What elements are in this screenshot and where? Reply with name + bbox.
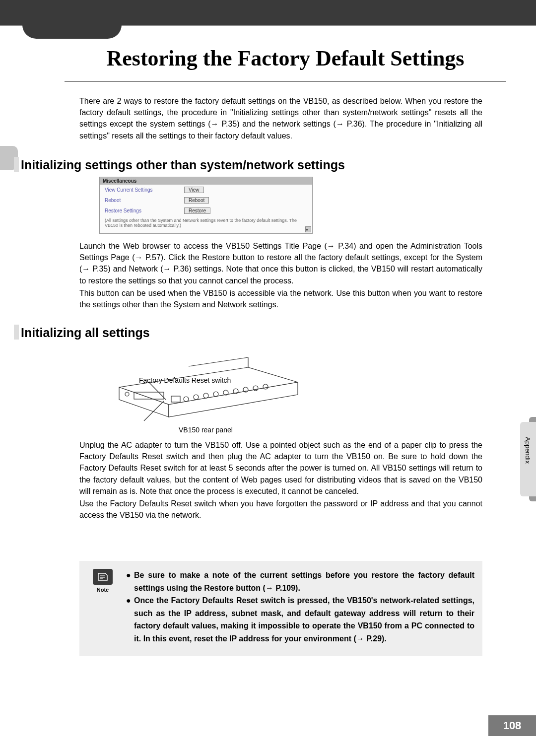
settings-screenshot: Miscellaneous View Current Settings View… bbox=[99, 177, 313, 234]
note-bullet-1: Be sure to make a note of the current se… bbox=[134, 569, 474, 594]
side-tab-label: Appendix bbox=[520, 422, 536, 479]
section1-para-b: This button can be used when the VB150 i… bbox=[79, 287, 482, 310]
rear-panel-diagram bbox=[99, 347, 308, 422]
section2-para-a: Unplug the AC adapter to turn the VB150 … bbox=[79, 439, 482, 497]
bullet-icon: ● bbox=[126, 569, 134, 594]
header-tab-shape bbox=[22, 25, 122, 39]
section2-para-b: Use the Factory Defaults Reset switch wh… bbox=[79, 498, 482, 521]
scroll-arrow-icon: ▾ bbox=[305, 226, 311, 232]
diagram-caption: VB150 rear panel bbox=[179, 426, 233, 434]
section-heading-2: Initializing all settings bbox=[18, 326, 150, 340]
section-heading-1: Initializing settings other than system/… bbox=[18, 158, 345, 172]
view-button: View bbox=[184, 187, 204, 193]
section2-body: Unplug the AC adapter to turn the VB150 … bbox=[79, 439, 482, 521]
section1-body: Launch the Web browser to access the VB1… bbox=[79, 240, 482, 310]
svg-line-4 bbox=[189, 357, 248, 366]
screenshot-row-label: Restore Settings bbox=[105, 208, 154, 213]
note-label: Note bbox=[87, 587, 118, 593]
page-title: Restoring the Factory Default Settings bbox=[65, 46, 506, 82]
screenshot-row-label: View Current Settings bbox=[105, 187, 154, 193]
note-box: Note ● Be sure to make a note of the cur… bbox=[79, 561, 482, 656]
reboot-button: Reboot bbox=[184, 197, 209, 204]
bullet-icon: ● bbox=[126, 594, 134, 645]
section1-para-a: Launch the Web browser to access the VB1… bbox=[79, 240, 482, 286]
page-number: 108 bbox=[488, 715, 536, 736]
screenshot-row: Restore Settings Restore bbox=[100, 206, 312, 216]
side-tab: Appendix bbox=[520, 422, 536, 496]
restore-button: Restore bbox=[184, 207, 210, 214]
screenshot-footnote: (All settings other than the System and … bbox=[100, 216, 312, 230]
note-icon-block: Note bbox=[87, 569, 118, 593]
intro-paragraph: There are 2 ways to restore the factory … bbox=[79, 95, 482, 141]
diagram-label: Factory Defaults Reset switch bbox=[139, 376, 231, 384]
note-content: ● Be sure to make a note of the current … bbox=[126, 569, 474, 645]
screenshot-row: Reboot Reboot bbox=[100, 195, 312, 206]
screenshot-row: View Current Settings View bbox=[100, 185, 312, 195]
note-icon bbox=[93, 569, 113, 585]
note-bullet-2: Once the Factory Defaults Reset switch i… bbox=[134, 594, 474, 645]
header-bar bbox=[0, 0, 536, 25]
screenshot-row-label: Reboot bbox=[105, 198, 154, 203]
screenshot-header: Miscellaneous bbox=[100, 177, 312, 185]
